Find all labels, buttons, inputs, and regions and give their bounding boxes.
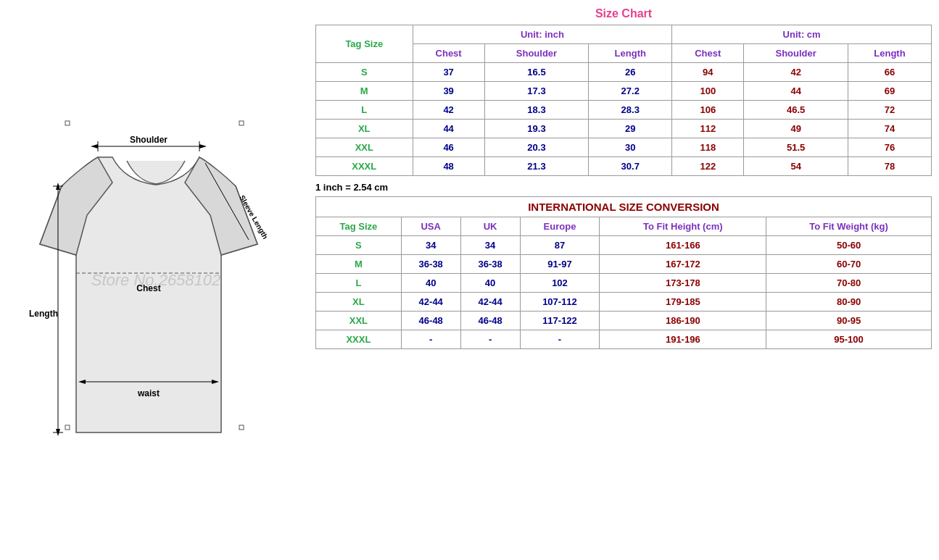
right-panel: Size Chart Tag Size Unit: inch Unit: cm …: [312, 0, 939, 560]
cm-cell: 44: [744, 82, 848, 101]
tag-size-cell: XXXL: [316, 157, 413, 176]
cm-cell: 66: [848, 63, 931, 82]
table-row: XXXL4821.330.71225478: [316, 157, 932, 176]
int-tag-size-header: Tag Size: [316, 217, 402, 236]
cm-cell: 74: [848, 120, 931, 138]
left-panel: Store No.2658102 Shoulder Sleeve Length …: [0, 0, 312, 560]
cm-cell: 122: [672, 157, 744, 176]
int-height-cell: 167-172: [600, 255, 766, 274]
unit-inch-header: Unit: inch: [413, 25, 672, 44]
inch-cell: 48: [413, 157, 484, 176]
inch-cell: 44: [413, 120, 484, 138]
int-usa-cell: 40: [401, 274, 460, 293]
inch-cell: 37: [413, 63, 484, 82]
tag-size-cell: XL: [316, 120, 413, 138]
int-usa-cell: 46-48: [401, 312, 460, 330]
cm-cell: 42: [744, 63, 848, 82]
cm-shoulder-header: Shoulder: [744, 44, 848, 63]
table-row: L4218.328.310646.572: [316, 101, 932, 120]
tshirt-diagram: Shoulder Sleeve Length Length Chest wais…: [18, 70, 294, 490]
int-height-header: To Fit Height (cm): [600, 217, 766, 236]
cm-cell: 51.5: [744, 138, 848, 157]
svg-marker-2: [199, 144, 207, 149]
svg-rect-23: [239, 425, 244, 430]
tag-size-cell: M: [316, 82, 413, 101]
tag-size-col-header: Tag Size: [316, 25, 413, 63]
inch-length-header: Length: [589, 44, 672, 63]
int-uk-cell: -: [460, 330, 520, 349]
int-conversion-title: INTERNATIONAL SIZE CONVERSION: [316, 197, 932, 217]
int-height-cell: 173-178: [600, 274, 766, 293]
int-europe-cell: -: [520, 330, 600, 349]
unit-cm-header: Unit: cm: [672, 25, 932, 44]
inch-cell: 16.5: [484, 63, 589, 82]
int-tag-cell: XXXL: [316, 330, 402, 349]
cm-cell: 49: [744, 120, 848, 138]
int-tag-cell: S: [316, 236, 402, 255]
cm-cell: 106: [672, 101, 744, 120]
int-weight-header: To Fit Weight (kg): [766, 217, 932, 236]
int-weight-cell: 90-95: [766, 312, 932, 330]
svg-rect-20: [65, 121, 70, 125]
int-height-cell: 161-166: [600, 236, 766, 255]
int-weight-cell: 80-90: [766, 293, 932, 312]
int-height-cell: 186-190: [600, 312, 766, 330]
table-row: XL42-4442-44107-112179-18580-90: [316, 293, 932, 312]
size-chart-table: Tag Size Unit: inch Unit: cm Chest Shoul…: [315, 25, 932, 176]
int-tag-cell: XL: [316, 293, 402, 312]
svg-text:Shoulder: Shoulder: [130, 135, 167, 145]
int-tag-cell: XXL: [316, 312, 402, 330]
int-europe-cell: 102: [520, 274, 600, 293]
inch-cell: 21.3: [484, 157, 589, 176]
int-conversion-table: INTERNATIONAL SIZE CONVERSION Tag Size U…: [315, 196, 932, 349]
int-tag-cell: L: [316, 274, 402, 293]
cm-cell: 118: [672, 138, 744, 157]
inch-cell: 17.3: [484, 82, 589, 101]
int-weight-cell: 70-80: [766, 274, 932, 293]
int-weight-cell: 50-60: [766, 236, 932, 255]
table-row: L4040102173-17870-80: [316, 274, 932, 293]
inch-cell: 28.3: [589, 101, 672, 120]
int-tag-cell: M: [316, 255, 402, 274]
int-usa-cell: 36-38: [401, 255, 460, 274]
table-row: M3917.327.21004469: [316, 82, 932, 101]
size-chart-title: Size Chart: [315, 7, 932, 20]
int-uk-cell: 42-44: [460, 293, 520, 312]
int-usa-header: USA: [401, 217, 460, 236]
cm-cell: 100: [672, 82, 744, 101]
inch-cell: 27.2: [589, 82, 672, 101]
table-row: S343487161-16650-60: [316, 236, 932, 255]
int-uk-cell: 46-48: [460, 312, 520, 330]
int-uk-cell: 34: [460, 236, 520, 255]
inch-cell: 26: [589, 63, 672, 82]
int-europe-header: Europe: [520, 217, 600, 236]
table-row: XXL4620.33011851.576: [316, 138, 932, 157]
cm-cell: 76: [848, 138, 931, 157]
tag-size-cell: S: [316, 63, 413, 82]
int-uk-header: UK: [460, 217, 520, 236]
int-europe-cell: 107-112: [520, 293, 600, 312]
table-row: XXXL---191-19695-100: [316, 330, 932, 349]
table-row: XXL46-4846-48117-122186-19090-95: [316, 312, 932, 330]
cm-cell: 54: [744, 157, 848, 176]
int-europe-cell: 87: [520, 236, 600, 255]
int-usa-cell: 42-44: [401, 293, 460, 312]
int-height-cell: 179-185: [600, 293, 766, 312]
svg-rect-22: [65, 425, 70, 430]
int-weight-cell: 95-100: [766, 330, 932, 349]
inch-cell: 19.3: [484, 120, 589, 138]
inch-cell: 18.3: [484, 101, 589, 120]
int-weight-cell: 60-70: [766, 255, 932, 274]
inch-cell: 29: [589, 120, 672, 138]
tag-size-cell: XXL: [316, 138, 413, 157]
table-row: M36-3836-3891-97167-17260-70: [316, 255, 932, 274]
cm-cell: 78: [848, 157, 931, 176]
cm-cell: 46.5: [744, 101, 848, 120]
int-height-cell: 191-196: [600, 330, 766, 349]
cm-chest-header: Chest: [672, 44, 744, 63]
table-row: S3716.526944266: [316, 63, 932, 82]
inch-cell: 30: [589, 138, 672, 157]
svg-text:Length: Length: [29, 309, 58, 319]
inch-cell: 46: [413, 138, 484, 157]
int-uk-cell: 40: [460, 274, 520, 293]
